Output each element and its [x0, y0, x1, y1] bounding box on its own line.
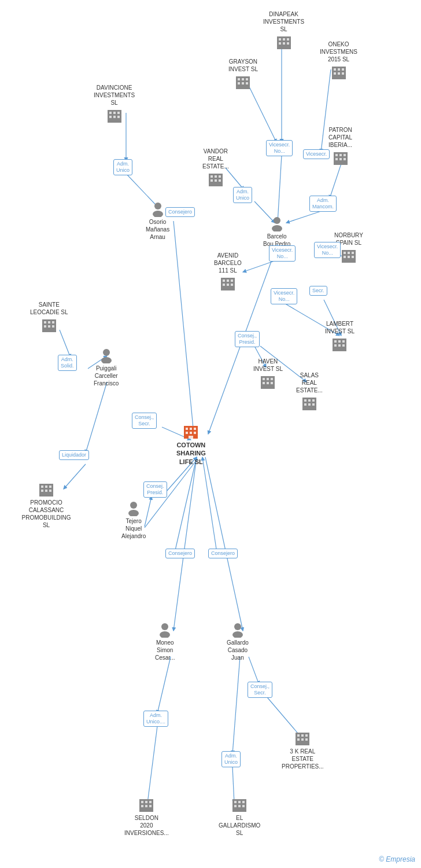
node-patron[interactable]: PATRONCAPITALIBERIA... — [328, 126, 352, 167]
badge-label: Consej.,Presid. — [235, 331, 260, 347]
badge-consej-presid-1[interactable]: Consej.,Presid. — [235, 331, 260, 347]
svg-rect-109 — [267, 378, 269, 380]
node-salas[interactable]: SALASREALESTATE... — [296, 372, 323, 413]
badge-adm-unico-davincione[interactable]: Adm.Unico — [113, 159, 132, 175]
node-lambert[interactable]: LAMBERTINVEST SL — [325, 320, 354, 354]
node-seldon[interactable]: SELDON2020INVERSIONES... — [124, 796, 169, 837]
node-avenida[interactable]: AVENIDBARCELO111 SL — [214, 252, 242, 293]
node-puiggali[interactable]: PuiggaliCarcellerFrancisco — [94, 346, 119, 387]
badge-consejero-tejero-1[interactable]: Consejero — [165, 549, 195, 558]
node-barcelo[interactable]: BarceloBou Pedro — [263, 214, 290, 248]
svg-rect-120 — [312, 403, 315, 406]
grayson-icon — [234, 73, 252, 91]
svg-line-5 — [249, 86, 276, 142]
badge-liquidador[interactable]: Liquidador — [59, 450, 89, 460]
svg-rect-87 — [344, 252, 346, 254]
svg-rect-45 — [109, 112, 112, 114]
node-cotown[interactable]: COTOWNSHARINGLIFE SL — [176, 422, 206, 466]
avenida-icon — [219, 274, 237, 293]
3k-label: 3 K REALESTATEPROPERTIES... — [282, 748, 324, 770]
svg-rect-41 — [190, 432, 192, 434]
svg-point-160 — [103, 349, 110, 356]
svg-rect-77 — [339, 158, 342, 160]
node-sainte[interactable]: SAINTELEOCADIE SL — [30, 301, 68, 334]
badge-adm-unico-gallardo[interactable]: Adm.Unico — [221, 751, 241, 767]
patron-label: PATRONCAPITALIBERIA... — [328, 126, 352, 149]
3k-icon — [293, 729, 312, 748]
norbury-icon — [339, 247, 358, 265]
badge-adm-mancom[interactable]: Adm.Mancom. — [309, 196, 337, 212]
svg-point-158 — [154, 203, 161, 209]
svg-point-166 — [234, 623, 241, 630]
svg-rect-103 — [342, 340, 345, 343]
svg-rect-60 — [283, 38, 285, 41]
badge-adm-unico-moneo[interactable]: Adm.Unico.... — [143, 711, 168, 727]
sainte-icon — [40, 316, 58, 334]
svg-rect-147 — [238, 805, 241, 807]
badge-consejero-osorio[interactable]: Consejero — [165, 207, 195, 217]
badge-label: Consejero — [208, 549, 238, 558]
badge-adm-solid[interactable]: Adm.Solid. — [58, 355, 77, 371]
svg-rect-40 — [186, 432, 188, 434]
vandor-icon — [206, 170, 225, 189]
badge-label: Liquidador — [59, 450, 89, 460]
node-grayson[interactable]: GRAYSONINVEST SL — [228, 58, 258, 91]
svg-rect-115 — [304, 399, 306, 402]
node-moneo[interactable]: MoneoSimonCesar... — [155, 620, 175, 661]
node-haven[interactable]: HAVENINVEST SL — [253, 358, 283, 391]
vandor-label: VANDORREALESTATE... — [202, 148, 229, 170]
node-oneko[interactable]: ONEKOINVESTMENS2015 SL — [320, 41, 357, 82]
svg-line-22 — [86, 382, 107, 453]
svg-rect-88 — [348, 252, 350, 254]
svg-rect-129 — [41, 486, 43, 488]
badge-consej-secr-puiggali[interactable]: Consej.,Secr. — [132, 413, 157, 429]
badge-vicesecr-4[interactable]: Vicesecr.No... — [269, 245, 296, 262]
badge-vicesecr-2[interactable]: Vicesecr. — [303, 149, 330, 159]
node-3k[interactable]: 3 K REALESTATEPROPERTIES... — [282, 729, 324, 770]
badge-consejero-tejero-2[interactable]: Consejero — [208, 549, 238, 558]
svg-rect-139 — [141, 805, 143, 807]
node-davincione[interactable]: DAVINCIONEINVESTMENTSSL — [94, 84, 135, 125]
sainte-label: SAINTELEOCADIE SL — [30, 301, 68, 316]
badge-label: Adm.Mancom. — [309, 196, 337, 212]
svg-rect-150 — [297, 734, 300, 737]
svg-rect-151 — [301, 734, 304, 737]
svg-line-33 — [173, 457, 197, 631]
osorio-label: OsorioMañanasArnau — [146, 218, 169, 241]
node-vandor[interactable]: VANDORREALESTATE... — [202, 148, 229, 189]
badge-label: Vicesecr.No... — [271, 288, 297, 304]
osorio-icon — [149, 200, 167, 218]
node-tejero[interactable]: TejeroNiquelAlejandro — [121, 499, 146, 540]
svg-rect-111 — [263, 382, 265, 384]
badge-secr[interactable]: Secr. — [309, 286, 327, 296]
svg-point-159 — [153, 211, 163, 217]
node-el-gallardismo[interactable]: ELGALLARDISMOSL — [219, 796, 260, 837]
svg-line-28 — [147, 726, 157, 803]
badge-adm-unico-vandor[interactable]: Adm.Unico — [233, 187, 252, 203]
svg-rect-148 — [242, 805, 245, 807]
svg-rect-99 — [231, 284, 233, 286]
node-osorio[interactable]: OsorioMañanasArnau — [146, 200, 169, 241]
svg-rect-59 — [279, 38, 281, 41]
svg-rect-117 — [312, 399, 315, 402]
svg-rect-118 — [304, 403, 306, 406]
node-gallardo[interactable]: GallardoCasadoJuan — [227, 620, 249, 661]
node-dinapeak[interactable]: DINAPEAKINVESTMENTSSL — [263, 10, 304, 52]
node-promocio[interactable]: PROMOCIOCALASSANCPROMOBUILDING SL — [20, 480, 72, 529]
badge-vicesecr-3[interactable]: Vicesecr.No... — [314, 242, 341, 258]
badge-vicesecr-5[interactable]: Vicesecr.No... — [271, 288, 297, 304]
svg-rect-57 — [246, 82, 248, 84]
el-gallardismo-label: ELGALLARDISMOSL — [219, 814, 260, 837]
svg-rect-82 — [219, 175, 221, 178]
badge-label: Consej.Presid. — [143, 481, 167, 498]
badge-consej-secr-gallardo[interactable]: Consej.,Secr. — [248, 682, 272, 698]
svg-line-25 — [202, 457, 217, 553]
badge-consej-presid-2[interactable]: Consej.Presid. — [143, 481, 167, 498]
svg-rect-134 — [49, 490, 51, 492]
cotown-icon — [182, 422, 200, 441]
svg-rect-144 — [238, 801, 241, 803]
svg-rect-54 — [246, 78, 248, 80]
svg-rect-70 — [338, 72, 340, 75]
svg-rect-92 — [352, 256, 354, 258]
badge-vicesecr-1[interactable]: Vicesecr.No... — [266, 140, 293, 156]
